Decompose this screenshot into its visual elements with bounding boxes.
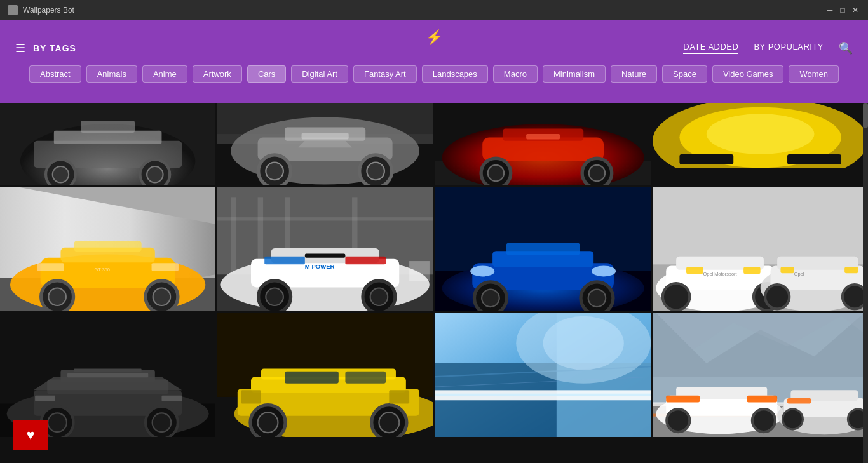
wallpaper-item-3[interactable]: [435, 103, 651, 185]
tag-abstract[interactable]: Abstract: [29, 65, 81, 83]
by-tags-label: BY TAGS: [33, 43, 76, 53]
scrollbar-track[interactable]: [863, 103, 868, 463]
tag-minimalism[interactable]: Minimalism: [543, 65, 606, 83]
tag-video-games[interactable]: Video Games: [712, 65, 784, 83]
minimize-button[interactable]: ─: [825, 5, 835, 15]
maximize-button[interactable]: □: [837, 5, 848, 15]
wallpaper-item-2[interactable]: [217, 103, 433, 185]
wallpaper-item-7[interactable]: [435, 187, 651, 311]
logo-lightning: ⚡: [426, 29, 443, 46]
tag-cars[interactable]: Cars: [247, 65, 286, 83]
nav-right: DATE ADDED BY POPULARITY 🔍: [683, 41, 853, 55]
wallpaper-item-10[interactable]: [217, 313, 433, 437]
tag-space[interactable]: Space: [662, 65, 707, 83]
search-icon[interactable]: 🔍: [839, 41, 853, 55]
hamburger-icon[interactable]: ☰: [15, 41, 25, 55]
wallpaper-item-11[interactable]: [435, 313, 651, 437]
wallpaper-grid-container[interactable]: GT 350: [0, 103, 868, 463]
wallpaper-row-3: [0, 313, 868, 437]
titlebar-controls[interactable]: ─ □ ✕: [825, 5, 860, 15]
tag-artwork[interactable]: Artwork: [193, 65, 242, 83]
wallpaper-item-12[interactable]: [653, 313, 868, 437]
sort-by-popularity[interactable]: BY POPULARITY: [754, 42, 824, 54]
wallpaper-item-9[interactable]: [0, 313, 215, 437]
favorites-button[interactable]: ♥: [13, 420, 48, 450]
tag-landscapes[interactable]: Landscapes: [422, 65, 488, 83]
close-button[interactable]: ✕: [850, 5, 860, 15]
heart-icon: ♥: [26, 427, 34, 443]
titlebar-left: Wallpapers Bot: [8, 5, 74, 15]
app-icon: [8, 5, 18, 15]
wallpaper-row-1: [0, 103, 868, 185]
tag-animals[interactable]: Animals: [86, 65, 137, 83]
tag-macro[interactable]: Macro: [493, 65, 538, 83]
wallpaper-item-4[interactable]: [653, 103, 868, 185]
tag-women[interactable]: Women: [789, 65, 839, 83]
wallpaper-row-2: GT 350: [0, 187, 868, 311]
titlebar: Wallpapers Bot ─ □ ✕: [0, 0, 868, 20]
tags-row: Abstract Animals Anime Artwork Cars Digi…: [15, 65, 853, 83]
tag-nature[interactable]: Nature: [611, 65, 657, 83]
scrollbar-thumb[interactable]: [863, 103, 868, 128]
tag-digital-art[interactable]: Digital Art: [291, 65, 348, 83]
nav-left: ☰ BY TAGS: [15, 41, 76, 55]
wallpaper-item-1[interactable]: [0, 103, 215, 185]
nav-top: ☰ BY TAGS ⚡ DATE ADDED BY POPULARITY 🔍: [15, 41, 853, 55]
tag-fantasy-art[interactable]: Fantasy Art: [353, 65, 417, 83]
sort-date-added[interactable]: DATE ADDED: [683, 42, 738, 54]
tag-anime[interactable]: Anime: [142, 65, 187, 83]
header: ☰ BY TAGS ⚡ DATE ADDED BY POPULARITY 🔍 A…: [0, 20, 868, 103]
wallpaper-item-8[interactable]: Opel Motorsport Opel: [653, 187, 868, 311]
app-title: Wallpapers Bot: [23, 6, 74, 15]
wallpaper-item-6[interactable]: M POWER: [217, 187, 433, 311]
wallpaper-item-5[interactable]: GT 350: [0, 187, 215, 311]
